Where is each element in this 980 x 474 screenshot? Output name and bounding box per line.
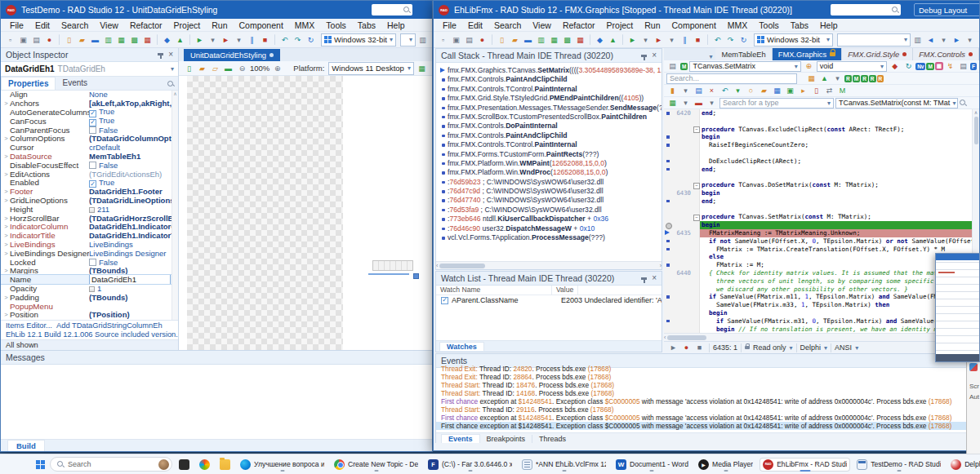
taskbar-item[interactable]: Create New Topic - Delp (331, 458, 421, 472)
build-config-combo[interactable]: ▾ (837, 33, 911, 47)
toolbar-icon[interactable] (274, 34, 275, 45)
tab-properties[interactable]: Properties (1, 77, 56, 90)
property-value[interactable]: False (89, 161, 178, 170)
property-value[interactable]: LiveBindings Designer (89, 249, 178, 258)
designer-toolbar-icon[interactable]: ▬ (222, 62, 234, 74)
datagrid-component[interactable] (372, 260, 413, 271)
property-row[interactable]: > Footer DataGridEh1.Footer (1, 187, 178, 196)
toolbar-icon[interactable]: ▦ (141, 33, 154, 46)
gutter-marker-icon[interactable] (664, 117, 672, 126)
toolbar-icon[interactable]: ▾ (207, 33, 219, 46)
property-row[interactable]: > HorzScrollBar (TDataGridHorzScrollBarE… (1, 214, 178, 223)
mmx-icon[interactable]: ↯ (944, 60, 956, 73)
close-icon[interactable]: × (652, 51, 657, 60)
code-text[interactable]: begin (700, 133, 979, 141)
toolbar-icon[interactable] (59, 34, 60, 45)
property-row[interactable]: PopupMenu (1, 302, 178, 311)
taskbar-item[interactable] (196, 458, 213, 472)
gutter-marker-icon[interactable] (664, 133, 672, 141)
code-line[interactable]: begin (664, 221, 979, 229)
mmx-icon[interactable]: ▦ (805, 73, 817, 85)
call-stack-frame[interactable]: fmx.FMX.Controls.PaintAndClipChild (436, 75, 662, 84)
menu-item[interactable]: Run (639, 20, 666, 30)
tab-breakpoints[interactable]: Breakpoints (480, 435, 533, 443)
code-text[interactable]: DoExcludeClipRect(ARect); (700, 157, 979, 166)
signature-combo[interactable]: TCanvas.SetMatrix(const M: TMat▾ (835, 98, 958, 109)
toolbar-icon[interactable]: ▤ (463, 33, 475, 46)
fold-marker-icon[interactable] (693, 293, 700, 301)
fold-marker-icon[interactable] (693, 181, 700, 189)
code-line[interactable]: if SameValue(FMatrix.m31, 0, TEpsilon.Ma… (664, 317, 979, 326)
expand-chevron[interactable]: > (2, 294, 10, 301)
fold-marker-icon[interactable] (693, 229, 700, 237)
code-text[interactable] (700, 173, 979, 181)
gutter-marker-icon[interactable] (664, 261, 672, 269)
messages-header[interactable]: Messages (1, 351, 432, 365)
selection-handle[interactable] (413, 273, 419, 279)
toolbar-icon[interactable]: ▯ (63, 33, 75, 46)
gutter-marker-icon[interactable] (664, 317, 672, 326)
gutter-marker-icon[interactable] (664, 206, 672, 214)
expand-chevron[interactable]: > (2, 311, 10, 318)
event-log-line[interactable]: Thread Exit: Thread ID: 24820. Process b… (436, 365, 977, 373)
event-log-line[interactable]: Thread Start: Thread ID: 18476. Process … (436, 381, 977, 389)
call-stack-frame[interactable]: :76d59b23 ; C:\WINDOWS\SysWOW64\user32.d… (436, 178, 662, 187)
menu-item[interactable]: Refactor (124, 20, 168, 30)
toolbar-icon[interactable]: ■ (692, 33, 704, 46)
column-watch-name[interactable]: Watch Name (436, 286, 552, 295)
toolbar-icon[interactable]: ▩ (128, 33, 140, 46)
taskbar-item[interactable]: EhLibFmx - RAD Studio (760, 458, 850, 472)
search-icon[interactable] (960, 100, 966, 106)
property-row[interactable]: > IndicatorTitle DataGridEh1.IndicatorTi… (1, 231, 178, 240)
toolbar-icon[interactable]: ■ (259, 33, 271, 46)
mmx-icon[interactable]: Nv (915, 63, 925, 70)
property-value[interactable]: False (89, 258, 178, 267)
fold-marker-icon[interactable] (693, 261, 700, 269)
call-stack-frame[interactable]: fmx.FMX.Grid.Style.TStyledGrid.PMEndPain… (436, 94, 662, 103)
code-line[interactable]: procedure TCanvas.ExcludeClipRect(const … (664, 126, 979, 134)
fold-marker-icon[interactable] (693, 253, 700, 261)
menu-item[interactable]: Help (381, 20, 411, 30)
add-column-link[interactable]: Add TDataGridStringColumnEh (56, 321, 163, 330)
tab-overflow-icon[interactable]: ▾ (709, 53, 715, 60)
zoom-out-icon[interactable]: ⊖ (236, 62, 248, 74)
platform-combo[interactable]: Windows 11 Desktop▾ (328, 62, 414, 75)
toolbar-icon[interactable]: ◆ (594, 33, 606, 46)
toolbar-icon[interactable]: ● (476, 33, 488, 46)
toolbar-icon[interactable]: ∥ (679, 33, 691, 46)
history-nav-icon[interactable]: ► (951, 33, 963, 46)
expand-chevron[interactable]: > (2, 135, 10, 142)
toolbar-icon[interactable]: ► (220, 33, 232, 46)
taskbar-item[interactable]: Улучшение вопроса и (237, 458, 327, 472)
result-type-combo[interactable]: void▾ (817, 61, 887, 72)
event-log-line[interactable]: First chance exception at $14248541. Exc… (436, 414, 977, 422)
call-stack-frame[interactable]: fmx.FMX.Forms.TCustomForm.PaintRects(???… (436, 150, 662, 159)
watch-checkbox[interactable]: ✓ (441, 297, 448, 304)
code-text[interactable] (700, 206, 979, 214)
mmx-icon[interactable]: ○ (745, 85, 757, 97)
code-text[interactable]: RaiseIfBeginSceneCountZero; (700, 141, 979, 149)
toolbar-icon[interactable]: ▤ (30, 33, 42, 46)
gutter-marker-icon[interactable] (664, 253, 672, 261)
horizontal-scrollbar[interactable]: ‹› (436, 261, 662, 269)
property-row[interactable]: Cursor crDefault (1, 143, 178, 152)
zoom-in-icon[interactable]: ⊕ (271, 62, 283, 74)
scrollbar[interactable]: ∧ (172, 91, 178, 320)
debug-control-icon[interactable]: ● (680, 342, 693, 354)
mini-window-titlebar[interactable] (936, 254, 979, 260)
mmx-icon[interactable]: ▦ (935, 62, 943, 70)
call-stack-frame[interactable]: vcl.Vcl.Forms.TApplication.ProcessMessag… (436, 233, 662, 242)
code-text[interactable]: end; (700, 109, 979, 117)
window-ehlibfmx[interactable]: RAD EhLibFmx - RAD Studio 12 - FMX.Graph… (433, 0, 980, 451)
taskbar-item[interactable]: (C:\) - Far 3.0.6446.0 x64 (425, 458, 515, 472)
property-row[interactable]: > LiveBindings LiveBindings (1, 240, 178, 249)
history-nav-icon[interactable]: ▾ (964, 33, 976, 46)
expand-chevron[interactable]: > (2, 188, 10, 195)
mmx-icon[interactable]: F (970, 63, 977, 70)
call-stack-frame[interactable]: fmx.FMX.Controls.TControl.PaintInternal (436, 85, 662, 94)
mmx-icon[interactable]: ▸ (797, 85, 809, 97)
property-value[interactable]: DataGridEh1.IndicatorTitle (89, 231, 178, 240)
property-value[interactable]: 1 (89, 284, 178, 293)
code-line[interactable]: end; (664, 197, 979, 206)
titlebar-search-input[interactable] (372, 4, 412, 16)
